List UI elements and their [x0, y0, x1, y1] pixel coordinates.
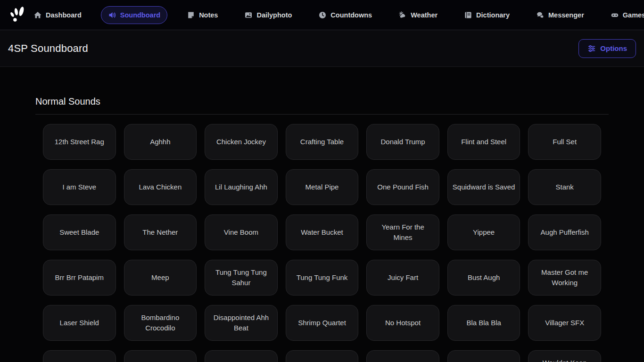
options-button[interactable]: Options	[578, 39, 636, 58]
sound-button-wouldnt-keep[interactable]: Wouldnt Keep	[528, 350, 601, 362]
sound-button-one-pound-fish[interactable]: One Pound Fish	[366, 169, 439, 205]
sound-button-villager-sfx[interactable]: Villager SFX	[528, 305, 601, 341]
nav-item-label: Countdowns	[330, 11, 372, 19]
note-icon	[187, 11, 195, 19]
nav-item-soundboard[interactable]: Soundboard	[101, 6, 167, 24]
sound-button-12th-street-rag[interactable]: 12th Street Rag	[43, 124, 116, 160]
nav-item-label: Dictionary	[476, 11, 510, 19]
section-title: Normal Sounds	[35, 96, 609, 107]
sound-button-tung-tung-funk[interactable]: Tung Tung Funk	[286, 260, 359, 296]
page-title: 4SP Soundboard	[8, 42, 88, 55]
nav-item-countdowns[interactable]: Countdowns	[311, 6, 379, 24]
sound-button-master-got-me-working[interactable]: Master Got me Working	[528, 260, 601, 296]
nav-item-games[interactable]: Games	[603, 6, 644, 24]
nav-item-label: Games	[623, 11, 644, 19]
nav-item-messenger[interactable]: Messenger	[529, 6, 591, 24]
sound-button-disappointed-ahh-beat[interactable]: Disappointed Ahh Beat	[205, 305, 278, 341]
primary-nav: DashboardSoundboardNotesDailyphotoCountd…	[26, 6, 644, 24]
speaker-icon	[108, 11, 116, 19]
nav-item-notes[interactable]: Notes	[180, 6, 225, 24]
sound-button-stank[interactable]: Stank	[528, 169, 601, 205]
sound-button-partial[interactable]	[205, 350, 278, 362]
nav-item-label: Dashboard	[46, 11, 82, 19]
section-divider	[35, 114, 609, 115]
nav-item-label: Soundboard	[120, 11, 160, 19]
sound-button-squidward-is-saved[interactable]: Squidward is Saved	[447, 169, 520, 205]
main-content: Normal Sounds 12th Street RagAghhhChicke…	[0, 67, 644, 362]
sound-button-water-bucket[interactable]: Water Bucket	[286, 214, 359, 250]
sound-button-bombardino-crocodilo[interactable]: Bombardino Crocodilo	[124, 305, 197, 341]
sound-button-vine-boom[interactable]: Vine Boom	[205, 214, 278, 250]
sound-button-aghhh[interactable]: Aghhh	[124, 124, 197, 160]
sound-button-partial[interactable]	[366, 350, 439, 362]
nav-item-dailyphoto[interactable]: Dailyphoto	[237, 6, 299, 24]
sound-button-bust-augh[interactable]: Bust Augh	[447, 260, 520, 296]
sound-button-the-nether[interactable]: The Nether	[124, 214, 197, 250]
sound-button-flint-and-steel[interactable]: Flint and Steel	[447, 124, 520, 160]
book-icon	[464, 11, 472, 19]
nav-item-label: Notes	[199, 11, 218, 19]
nav-item-weather[interactable]: Weather	[391, 6, 445, 24]
sound-button-partial[interactable]	[124, 350, 197, 362]
weather-icon	[398, 11, 407, 19]
nav-item-label: Messenger	[548, 11, 584, 19]
sound-button-yippee[interactable]: Yippee	[447, 214, 520, 250]
photo-icon	[244, 11, 253, 19]
sliders-icon	[587, 44, 596, 53]
sound-button-partial[interactable]	[447, 350, 520, 362]
sound-button-sweet-blade[interactable]: Sweet Blade	[43, 214, 116, 250]
sound-button-crafting-table[interactable]: Crafting Table	[286, 124, 359, 160]
sound-button-laser-shield[interactable]: Laser Shield	[43, 305, 116, 341]
sound-button-partial[interactable]	[286, 350, 359, 362]
sound-button-yearn-for-the-mines[interactable]: Yearn For the Mines	[366, 214, 439, 250]
page-header: 4SP Soundboard Options	[0, 30, 644, 67]
nav-item-label: Weather	[411, 11, 438, 19]
top-navbar: DashboardSoundboardNotesDailyphotoCountd…	[0, 0, 644, 30]
gamepad-icon	[611, 11, 619, 19]
normal-sounds-section: Normal Sounds 12th Street RagAghhhChicke…	[35, 96, 609, 362]
sound-grid: 12th Street RagAghhhChicken JockeyCrafti…	[35, 124, 609, 362]
sound-button-i-am-steve[interactable]: I am Steve	[43, 169, 116, 205]
app-logo[interactable]	[8, 6, 26, 24]
sound-button-chicken-jockey[interactable]: Chicken Jockey	[205, 124, 278, 160]
sound-button-augh-pufferfish[interactable]: Augh Pufferfish	[528, 214, 601, 250]
sound-button-no-hotspot[interactable]: No Hotspot	[366, 305, 439, 341]
home-icon	[33, 11, 42, 19]
sound-button-lava-chicken[interactable]: Lava Chicken	[124, 169, 197, 205]
sound-button-juicy-fart[interactable]: Juicy Fart	[366, 260, 439, 296]
sound-button-brr-brr-patapim[interactable]: Brr Brr Patapim	[43, 260, 116, 296]
chat-icon	[536, 11, 545, 19]
options-button-label: Options	[600, 44, 627, 52]
nav-item-label: Dailyphoto	[256, 11, 292, 19]
sound-button-bla-bla-bla[interactable]: Bla Bla Bla	[447, 305, 520, 341]
4sp-logo-icon	[8, 6, 26, 24]
sound-button-donald-trump[interactable]: Donald Trump	[366, 124, 439, 160]
sound-button-full-set[interactable]: Full Set	[528, 124, 601, 160]
sound-button-metal-pipe[interactable]: Metal Pipe	[286, 169, 359, 205]
sound-button-meep[interactable]: Meep	[124, 260, 197, 296]
sound-button-shrimp-quartet[interactable]: Shrimp Quartet	[286, 305, 359, 341]
nav-item-dictionary[interactable]: Dictionary	[457, 6, 517, 24]
sound-button-partial[interactable]	[43, 350, 116, 362]
sound-button-tung-tung-tung-sahur[interactable]: Tung Tung Tung Sahur	[205, 260, 278, 296]
clock-icon	[318, 11, 327, 19]
sound-button-lil-laughing-ahh[interactable]: Lil Laughing Ahh	[205, 169, 278, 205]
nav-item-dashboard[interactable]: Dashboard	[26, 6, 89, 24]
